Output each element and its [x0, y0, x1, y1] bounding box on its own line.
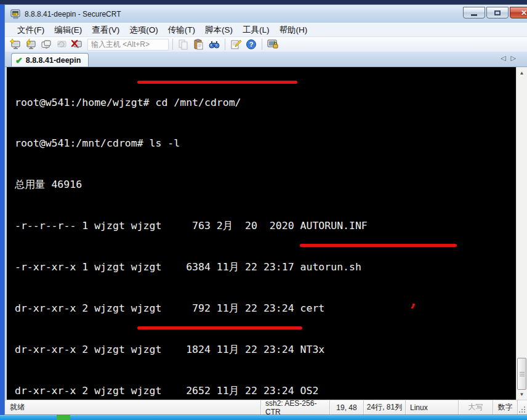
securecrt-app-icon: [10, 9, 21, 19]
terminal-line: dr-xr-xr-x 2 wjzgt wjzgt 792 11月 22 23:2…: [15, 302, 502, 315]
quick-connect-button[interactable]: [9, 38, 22, 51]
reconnect-button[interactable]: [55, 38, 68, 51]
toolbar-separator: [262, 39, 262, 50]
tab-session[interactable]: ✔ 8.8.8.41-deepin: [11, 53, 89, 67]
minimize-button[interactable]: [463, 7, 485, 18]
scroll-down-icon[interactable]: ▼: [517, 390, 527, 398]
status-num-indicator: 数字: [493, 400, 517, 414]
disconnect-icon: [71, 39, 83, 50]
copy-button[interactable]: [177, 38, 190, 51]
terminal-wrap: root@w541:/home/wjzgt# cd /mnt/cdrom/ ro…: [5, 67, 527, 400]
desktop-edge-bottom: [0, 415, 527, 420]
toolbar: ?: [5, 36, 527, 52]
scrollbar-thumb[interactable]: [517, 358, 526, 390]
svg-text:?: ?: [249, 41, 254, 48]
help-icon: ?: [246, 39, 257, 50]
connected-check-icon: ✔: [15, 56, 23, 65]
status-bar: 就绪 ssh2: AES-256-CTR 19, 48 24行, 81列 Lin…: [5, 400, 527, 414]
menu-view[interactable]: 查看(V): [87, 23, 124, 37]
copy-icon: [178, 39, 189, 50]
status-cursor-position: 19, 48: [329, 400, 363, 414]
session-options-icon: [230, 39, 241, 50]
window-controls: ✕: [463, 7, 527, 18]
disconnect-button[interactable]: [70, 38, 84, 51]
menu-script[interactable]: 脚本(S): [200, 23, 238, 37]
menu-edit[interactable]: 编辑(E): [49, 23, 87, 37]
tab-scroll-left-icon[interactable]: ◁: [501, 55, 505, 62]
maximize-icon: [494, 10, 501, 15]
paste-icon: [193, 39, 204, 50]
terminal-line: root@w541:/mnt/cdrom# ls -l: [15, 137, 502, 150]
annotation-comma-mark: ,: [411, 293, 416, 309]
tab-bar: ✔ 8.8.8.41-deepin ◁ ▷: [5, 52, 527, 67]
menu-options[interactable]: 选项(O): [124, 23, 163, 37]
desktop-background: 8.8.8.41-deepin - SecureCRT ✕ 文件(F) 编辑(E…: [0, 0, 527, 420]
status-caps-indicator: 大写: [458, 400, 493, 414]
tab-label: 8.8.8.41-deepin: [26, 56, 81, 65]
help-button[interactable]: ?: [244, 38, 258, 51]
securecrt-window: 8.8.8.41-deepin - SecureCRT ✕ 文件(F) 编辑(E…: [4, 4, 527, 415]
terminal-output: root@w541:/home/wjzgt# cd /mnt/cdrom/ ro…: [15, 68, 502, 400]
resize-grip-dots: [518, 405, 526, 414]
menu-help[interactable]: 帮助(H): [275, 23, 313, 37]
status-message: 就绪: [5, 400, 260, 414]
resize-grip[interactable]: [517, 400, 527, 414]
status-cipher: ssh2: AES-256-CTR: [260, 400, 329, 414]
taskbar-item-green: [57, 415, 70, 420]
titlebar[interactable]: 8.8.8.41-deepin - SecureCRT ✕: [5, 5, 527, 23]
tab-scroll-right-icon[interactable]: ▷: [511, 55, 516, 62]
session-lock-icon: [267, 39, 279, 50]
terminal-line: dr-xr-xr-x 2 wjzgt wjzgt 1824 11月 22 23:…: [15, 343, 502, 357]
terminal-screen[interactable]: root@w541:/home/wjzgt# cd /mnt/cdrom/ ro…: [7, 67, 516, 400]
host-input[interactable]: [87, 39, 169, 50]
scrollbar-grip: [520, 372, 525, 378]
tab-scroll-arrows: ◁ ▷: [501, 55, 516, 62]
session-manager-button[interactable]: [266, 38, 280, 51]
annotation-underline-vboxlinuxadditions: [300, 244, 457, 247]
quick-connect-icon: [10, 39, 22, 50]
close-button[interactable]: ✕: [510, 7, 527, 18]
reconnect-icon: [56, 39, 68, 50]
terminal-line: dr-xr-xr-x 2 wjzgt wjzgt 2652 11月 22 23:…: [15, 384, 502, 398]
terminal-line: root@w541:/home/wjzgt# cd /mnt/cdrom/: [15, 96, 502, 110]
menu-bar: 文件(F) 编辑(E) 查看(V) 选项(O) 传输(T) 脚本(S) 工具(L…: [5, 23, 527, 36]
connect-in-tab-icon: [41, 39, 52, 50]
paste-button[interactable]: [192, 38, 206, 51]
terminal-line: -r-xr-xr-x 1 wjzgt wjzgt 6384 11月 22 23:…: [15, 260, 502, 274]
toolbar-separator: [225, 39, 225, 50]
scroll-up-icon[interactable]: ▲: [517, 68, 527, 77]
close-icon: ✕: [521, 9, 527, 17]
session-options-button[interactable]: [229, 38, 243, 51]
menu-file[interactable]: 文件(F): [12, 23, 49, 37]
connect-in-tab-button[interactable]: [39, 38, 53, 51]
minimize-icon: [471, 14, 477, 16]
status-terminal-size: 24行, 81列: [363, 400, 405, 414]
menu-tools[interactable]: 工具(L): [238, 23, 275, 37]
window-title: 8.8.8.41-deepin - SecureCRT: [25, 10, 121, 18]
annotation-underline-cd-command: [137, 81, 297, 84]
find-icon: [209, 39, 220, 50]
menu-transfer[interactable]: 传输(T): [163, 23, 200, 37]
maximize-button[interactable]: [486, 7, 509, 18]
find-button[interactable]: [207, 38, 221, 51]
toolbar-separator: [172, 39, 173, 50]
terminal-line: 总用量 46916: [15, 178, 502, 192]
connect-icon: [25, 39, 37, 50]
terminal-line: -r--r--r-- 1 wjzgt wjzgt 763 2月 20 2020 …: [15, 219, 502, 233]
desktop-edge-left: [0, 4, 4, 415]
terminal-scrollbar[interactable]: ▲ ▼: [516, 67, 527, 400]
annotation-underline-run-command: [137, 326, 302, 329]
status-emulation: Linux: [405, 400, 458, 414]
connect-button[interactable]: [24, 38, 38, 51]
